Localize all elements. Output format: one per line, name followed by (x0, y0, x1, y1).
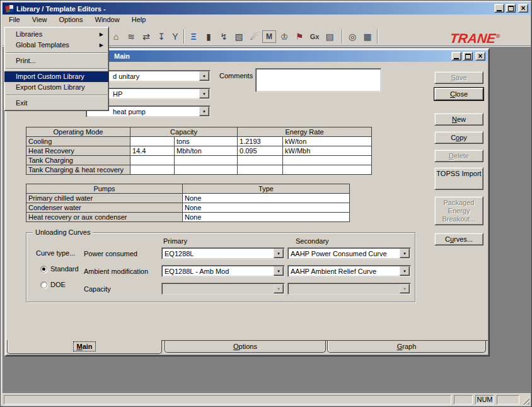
menu-window[interactable]: Window (90, 15, 125, 25)
close-window-button[interactable]: × (518, 4, 528, 13)
ambient-modification-secondary-dropdown[interactable]: AAHP Ambient Relief Curve ▼ (287, 265, 411, 277)
m-badge-icon[interactable]: M (262, 30, 276, 43)
topss-import-button[interactable]: TOPSS Import (434, 167, 483, 190)
screw-icon[interactable]: Y (168, 30, 182, 44)
energy-rate-unit-cell[interactable]: kW/Mbh (283, 146, 372, 156)
energy-rate-cell[interactable] (238, 165, 283, 175)
menu-help[interactable]: Help (127, 15, 151, 25)
submenu-arrow-icon: ▶ (100, 40, 103, 50)
dropdown-arrow-icon[interactable]: ▼ (274, 249, 284, 258)
curves-button[interactable]: Curves... (434, 233, 483, 245)
packaged-energy-breakout-button: Packaged Energy Breakout... (434, 196, 483, 225)
capacity-cell[interactable]: 14.4 (130, 146, 175, 156)
thermometer-icon[interactable]: ↧ (154, 30, 168, 44)
capacity-cell[interactable] (130, 165, 175, 175)
col-capacity: Capacity (130, 127, 238, 137)
tab-main[interactable]: Main (7, 340, 162, 354)
col-operating-mode: Operating Mode (26, 127, 130, 137)
close-icon: × (521, 5, 525, 11)
table-row: Heat recovery or aux condenser None (26, 213, 350, 222)
minimize-button[interactable] (494, 4, 504, 13)
energy-rate-unit-cell[interactable] (283, 165, 372, 175)
energy-rate-cell[interactable]: 0.095 (238, 146, 283, 156)
energy-rate-cell[interactable] (238, 156, 283, 165)
standard-radio[interactable] (40, 266, 47, 273)
table-row: Tank Charging (26, 156, 372, 165)
dropdown-arrow-icon[interactable]: ▼ (400, 249, 410, 258)
comet-icon[interactable]: ☄ (247, 30, 261, 44)
table-row: Primary chilled water None (26, 194, 350, 203)
swap-arrows-icon[interactable]: ⇄ (139, 30, 153, 44)
dropdown-arrow-icon[interactable]: ▼ (199, 89, 209, 98)
menu-item-export-custom-library[interactable]: Export Custom Library (4, 82, 108, 93)
save-button: Save (434, 71, 483, 84)
gx-icon[interactable]: Gx (308, 30, 321, 44)
menu-item-label: Export Custom Library (16, 83, 84, 91)
table-row: Tank Charging & heat recovery (26, 165, 372, 175)
numlock-indicator: NUM (475, 395, 494, 404)
status-panel (454, 395, 473, 404)
delete-button: Delete (434, 150, 483, 162)
close-button[interactable]: Close (434, 88, 483, 100)
editor-close-button[interactable]: × (475, 52, 485, 61)
pump-type-cell[interactable]: None (183, 203, 350, 213)
energy-rate-cell[interactable]: 1.2193 (238, 137, 283, 146)
dome-icon[interactable]: ≋ (124, 30, 138, 44)
app-icon (5, 4, 14, 13)
editor-maximize-button[interactable] (463, 52, 473, 61)
tab-graph[interactable]: Graph (327, 341, 486, 353)
menu-item-print[interactable]: Print... (4, 56, 108, 66)
editor-minimize-button[interactable] (451, 52, 461, 61)
file-menu: Libraries ▶ Global Templates ▶ Print... … (4, 27, 109, 111)
book-icon[interactable]: ▤ (323, 30, 337, 44)
pump-type-cell[interactable]: None (183, 213, 350, 222)
flag-icon[interactable]: ⚑ (292, 30, 306, 44)
doe-radio[interactable] (40, 281, 47, 288)
capacity-unit-cell[interactable] (175, 165, 238, 175)
house-icon[interactable]: ⌂ (109, 30, 123, 44)
main-titlebar[interactable]: Library / Template Editors - × (3, 3, 531, 15)
maximize-button[interactable] (506, 4, 516, 13)
power-consumed-primary-dropdown[interactable]: EQ1288L ▼ (161, 247, 285, 259)
capacity-cell[interactable] (130, 156, 175, 165)
menu-item-exit[interactable]: Exit (4, 98, 108, 109)
energy-rate-unit-cell[interactable] (283, 156, 372, 165)
doe-radio-label: DOE (50, 281, 66, 288)
dropdown-arrow-icon[interactable]: ▼ (199, 71, 209, 81)
ambient-modification-label: Ambient modification (84, 268, 148, 275)
tab-options[interactable]: Options (165, 341, 326, 353)
power-consumed-secondary-dropdown[interactable]: AAHP Power Consumed Curve ▼ (287, 247, 411, 259)
bolt-icon[interactable]: ↯ (217, 30, 231, 44)
coil-icon[interactable]: Ξ (187, 30, 200, 44)
comments-input[interactable] (255, 68, 381, 92)
menu-view[interactable]: View (27, 15, 52, 25)
menu-file[interactable]: File (4, 15, 25, 25)
ambient-modification-primary-value: EQ1288L - Amb Mod (165, 268, 273, 275)
pump-type-cell[interactable]: None (183, 194, 350, 203)
toolbar-separator (342, 30, 343, 44)
crown-icon[interactable]: ♔ (277, 30, 291, 44)
menu-options[interactable]: Options (54, 15, 88, 25)
menu-item-libraries[interactable]: Libraries ▶ (4, 29, 108, 40)
dropdown-arrow-icon[interactable]: ▼ (274, 266, 284, 276)
capacity-curve-label: Capacity (84, 285, 111, 293)
toolbar-separator (183, 30, 185, 44)
capacity-cell[interactable] (130, 137, 175, 146)
energy-rate-unit-cell[interactable]: kW/ton (283, 137, 372, 146)
menu-item-import-custom-library[interactable]: Import Custom Library (4, 71, 108, 82)
new-button[interactable]: New (434, 113, 483, 126)
capacity-unit-cell[interactable] (175, 156, 238, 165)
dropdown-arrow-icon[interactable]: ▼ (400, 266, 410, 276)
dropdown-arrow-icon[interactable]: ▼ (199, 107, 209, 116)
door-icon[interactable]: ▮ (202, 30, 216, 44)
capacity-unit-cell[interactable]: tons (175, 137, 238, 146)
chart-icon[interactable]: ▦ (361, 30, 374, 44)
ambient-modification-primary-dropdown[interactable]: EQ1288L - Amb Mod ▼ (161, 265, 285, 277)
menu-item-global-templates[interactable]: Global Templates ▶ (4, 40, 108, 50)
capacity-unit-cell[interactable]: Mbh/ton (175, 146, 238, 156)
box-icon[interactable]: ▧ (232, 30, 246, 44)
copy-button[interactable]: Copy (434, 131, 483, 144)
globe-icon[interactable]: ◎ (345, 30, 359, 44)
menu-item-label: Global Templates (16, 41, 69, 49)
dropdown-arrow-icon: ▼ (400, 284, 410, 293)
